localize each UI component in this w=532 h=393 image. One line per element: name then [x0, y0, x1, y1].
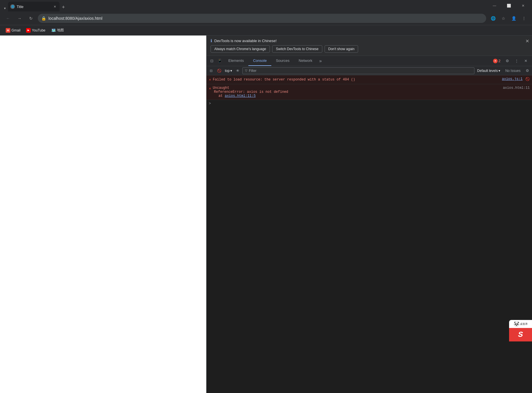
tab-favicon: 🌐	[10, 4, 15, 9]
console-input-row: >	[207, 100, 532, 107]
always-match-button[interactable]: Always match Chrome's language	[211, 45, 270, 53]
info-icon: ℹ	[211, 38, 212, 43]
console-drawer-icon[interactable]: ⊟	[208, 67, 215, 74]
console-toolbar: ⊟ 🚫 top ▾ 👁 ▽ Filter Default levels ▾ No…	[207, 66, 532, 75]
filter-icon: ▽	[245, 69, 247, 72]
devtools-panel: ℹ DevTools is now available in Chinese! …	[206, 36, 532, 393]
reload-button[interactable]: ↻	[26, 14, 36, 23]
gmail-favicon: M	[6, 28, 10, 33]
browser-frame: ▾ 🌐 Title ✕ + — ⬜ ✕ ← → ↻ 🔒 localhost:80…	[0, 0, 532, 393]
bookmark-gmail[interactable]: M Gmail	[3, 27, 23, 34]
widget-top: 🐼 桌面养	[509, 320, 532, 328]
tab-close-button[interactable]: ✕	[52, 4, 57, 9]
tab-strip: ▾ 🌐 Title ✕ +	[2, 0, 487, 11]
uncaught-title: Uncaught	[213, 86, 501, 90]
minimize-button[interactable]: —	[488, 1, 501, 10]
error-x-icon: ✕	[493, 59, 498, 63]
console-content: ✕ Failed to load resource: the server re…	[207, 75, 532, 393]
context-label: top	[225, 69, 230, 73]
forward-button[interactable]: →	[15, 14, 24, 23]
dont-show-again-button[interactable]: Don't show again	[325, 45, 358, 53]
console-filter-box[interactable]: ▽ Filter	[242, 67, 474, 74]
levels-label: Default levels	[477, 69, 498, 73]
error-link-1[interactable]: axios.js:1	[502, 77, 523, 81]
new-tab-button[interactable]: +	[60, 3, 67, 11]
maximize-button[interactable]: ⬜	[502, 1, 515, 10]
console-eye-icon[interactable]: 👁	[234, 67, 241, 74]
tab-title: Title	[17, 5, 50, 9]
url-text: localhost:8080/Ajax/axios.html	[48, 16, 483, 21]
gmail-label: Gmail	[11, 28, 20, 32]
uncaught-at: at axios.html:11:5	[213, 94, 501, 98]
youtube-favicon: ▶	[26, 28, 31, 33]
context-arrow: ▾	[230, 69, 232, 73]
title-bar: ▾ 🌐 Title ✕ + — ⬜ ✕	[0, 0, 532, 11]
devtools-more-icon[interactable]: ⋮	[513, 57, 521, 65]
tab-elements[interactable]: Elements	[224, 56, 248, 66]
widget-bottom: S	[509, 328, 532, 341]
no-issues-indicator: No Issues	[503, 69, 523, 73]
devtools-close-icon[interactable]: ✕	[522, 57, 530, 65]
console-settings-icon[interactable]: ⚙	[524, 67, 531, 74]
banner-title-row: ℹ DevTools is now available in Chinese!	[211, 38, 528, 43]
error-link-2[interactable]: axios.html:11	[503, 86, 530, 90]
page-area	[0, 36, 206, 393]
more-tabs-button[interactable]: »	[317, 56, 324, 66]
address-bar: ← → ↻ 🔒 localhost:8080/Ajax/axios.html 🌐…	[0, 11, 532, 25]
console-prompt-icon: >	[209, 102, 211, 106]
floating-widget[interactable]: 🐼 桌面养 S	[509, 320, 532, 341]
uncaught-content: Uncaught ReferenceError: axios is not de…	[213, 86, 501, 98]
uncaught-location-link[interactable]: axios.html:11:5	[225, 94, 256, 98]
error-text-1: Failed to load resource: the server resp…	[213, 77, 500, 82]
bookmark-maps[interactable]: 🗺️ 地图	[49, 27, 66, 34]
bookmark-youtube[interactable]: ▶ YouTube	[24, 27, 48, 34]
translate-icon[interactable]: 🌐	[488, 14, 498, 23]
maps-favicon: 🗺️	[51, 28, 56, 33]
profile-icon[interactable]: 👤	[509, 14, 518, 23]
back-button[interactable]: ←	[3, 14, 13, 23]
security-icon: 🔒	[41, 16, 46, 21]
context-selector[interactable]: top ▾	[224, 68, 233, 73]
banner-message: DevTools is now available in Chinese!	[214, 39, 277, 43]
devtools-toolbar-right: ✕ 2 ⚙ ⋮ ✕	[490, 57, 531, 65]
error-message-1: Failed to load resource: the server resp…	[213, 78, 355, 82]
tab-sources[interactable]: Sources	[271, 56, 294, 66]
device-mode-icon[interactable]: 📱	[216, 57, 224, 65]
error-badge: ✕ 2	[491, 58, 502, 64]
tab-network[interactable]: Network	[294, 56, 317, 66]
devtools-tabs-toolbar: ⊡ 📱 Elements Console Sources Network	[207, 56, 532, 66]
banner-close-button[interactable]: ✕	[525, 38, 529, 44]
close-button[interactable]: ✕	[517, 1, 530, 10]
console-error-row-2: ✕ Uncaught ReferenceError: axios is not …	[207, 84, 532, 100]
tab-dropdown-button[interactable]: ▾	[2, 5, 7, 11]
maps-label: 地图	[57, 28, 64, 33]
menu-icon[interactable]: ⋮	[519, 14, 529, 23]
error-icon-1: ✕	[209, 77, 211, 82]
console-clear-icon[interactable]: 🚫	[216, 67, 223, 74]
switch-devtools-button[interactable]: Switch DevTools to Chinese	[272, 45, 322, 53]
toolbar-icons: 🌐 ☆ 👤 ⋮	[488, 14, 529, 23]
uncaught-ref: ReferenceError: axios is not defined	[213, 90, 501, 94]
youtube-label: YouTube	[32, 28, 45, 32]
window-controls: — ⬜ ✕	[488, 1, 530, 10]
devtools-tabs: Elements Console Sources Network »	[224, 56, 490, 66]
filter-placeholder: Filter	[249, 69, 257, 73]
bookmarks-bar: M Gmail ▶ YouTube 🗺️ 地图	[0, 25, 532, 36]
devtools-settings-icon[interactable]: ⚙	[503, 57, 511, 65]
bookmark-icon[interactable]: ☆	[499, 14, 508, 23]
active-tab[interactable]: 🌐 Title ✕	[8, 2, 60, 11]
error-count: 2	[498, 59, 500, 63]
error-icon-2: ✕	[209, 86, 211, 91]
inspect-element-icon[interactable]: ⊡	[208, 57, 216, 65]
url-bar[interactable]: 🔒 localhost:8080/Ajax/axios.html	[38, 14, 486, 23]
tab-console[interactable]: Console	[248, 56, 271, 66]
console-error-row-1: ✕ Failed to load resource: the server re…	[207, 75, 532, 84]
log-levels-selector[interactable]: Default levels ▾	[476, 68, 502, 73]
error-block-icon: 🚫	[525, 77, 530, 81]
devtools-banner: ℹ DevTools is now available in Chinese! …	[207, 36, 532, 56]
main-content: ℹ DevTools is now available in Chinese! …	[0, 36, 532, 393]
banner-buttons: Always match Chrome's language Switch De…	[211, 45, 528, 53]
levels-arrow: ▾	[498, 69, 500, 73]
